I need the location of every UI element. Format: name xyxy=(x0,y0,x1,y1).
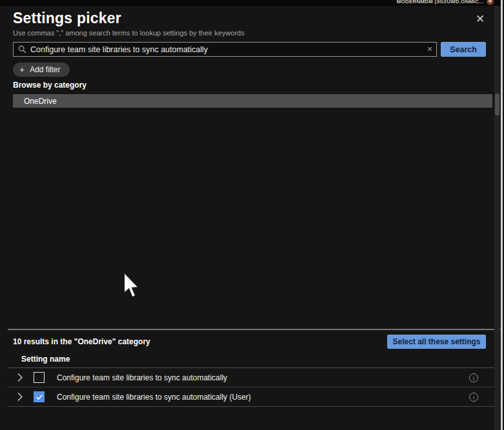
results-summary: 10 results in the "OneDrive" category xyxy=(13,337,150,346)
expand-chevron-icon[interactable] xyxy=(17,373,25,382)
page-title: Settings picker xyxy=(13,10,121,27)
divider xyxy=(8,406,504,407)
add-filter-button[interactable]: + Add filter xyxy=(13,63,70,77)
plus-icon: + xyxy=(19,64,25,75)
section-divider xyxy=(8,329,504,330)
scrollbar[interactable] xyxy=(494,6,500,430)
setting-row[interactable]: Configure team site libraries to sync au… xyxy=(8,368,496,387)
select-all-button[interactable]: Select all these settings xyxy=(387,335,486,349)
clear-search-icon[interactable]: ✕ xyxy=(423,45,436,54)
expand-chevron-icon[interactable] xyxy=(17,392,25,402)
setting-label: Configure team site libraries to sync au… xyxy=(57,373,227,382)
category-item-onedrive[interactable]: OneDrive xyxy=(13,94,492,108)
user-avatar[interactable] xyxy=(487,0,494,5)
setting-name-column-header: Setting name xyxy=(21,355,70,364)
add-filter-label: Add filter xyxy=(30,65,60,74)
search-icon xyxy=(18,45,26,54)
setting-row[interactable]: Configure team site libraries to sync au… xyxy=(8,387,496,406)
search-box: ✕ xyxy=(13,42,437,57)
browse-by-category-label: Browse by category xyxy=(13,81,86,90)
search-button[interactable]: Search xyxy=(441,42,486,57)
account-label: MODERNMDM (3G2UWD.ONMIC... xyxy=(396,0,483,5)
setting-checkbox[interactable] xyxy=(34,391,45,402)
close-icon[interactable]: ✕ xyxy=(473,12,487,26)
search-input[interactable] xyxy=(30,43,423,56)
mouse-cursor xyxy=(123,273,141,301)
settings-picker-flyout: MODERNMDM (3G2UWD.ONMIC... Settings pick… xyxy=(0,0,504,430)
setting-checkbox[interactable] xyxy=(34,372,45,383)
category-item-label: OneDrive xyxy=(24,97,57,106)
scrollbar-thumb[interactable] xyxy=(495,93,499,115)
info-icon[interactable]: i xyxy=(469,373,478,382)
setting-label: Configure team site libraries to sync au… xyxy=(57,393,251,402)
portal-top-bar: MODERNMDM (3G2UWD.ONMIC... xyxy=(0,0,504,6)
page-subtitle: Use commas "," among search terms to loo… xyxy=(13,29,245,37)
info-icon[interactable]: i xyxy=(469,393,478,402)
